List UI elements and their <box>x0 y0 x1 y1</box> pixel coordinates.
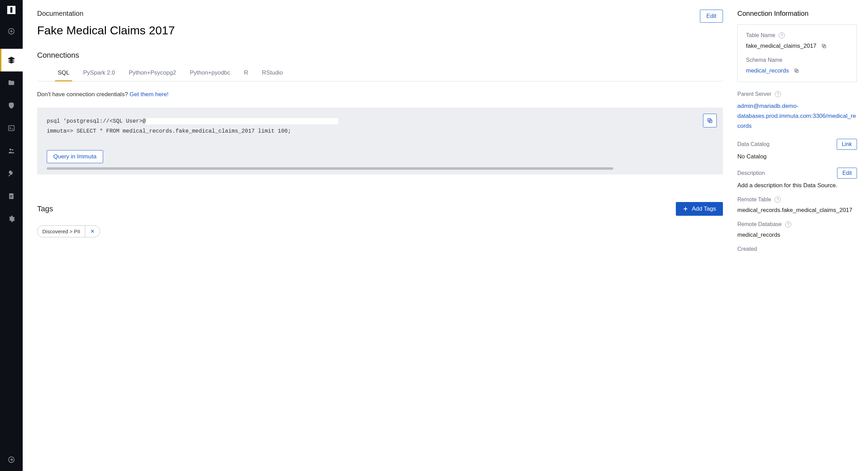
remote-table-label: Remote Table ? <box>737 197 857 203</box>
edit-documentation-button[interactable]: Edit <box>700 10 723 23</box>
connections-title: Connections <box>37 51 723 60</box>
tag-remove-button[interactable] <box>85 226 100 237</box>
nav-collapse[interactable] <box>0 448 23 471</box>
remote-table-value: medical_records.fake_medical_claims_2017 <box>737 207 857 214</box>
edit-description-button[interactable]: Edit <box>837 168 857 179</box>
nav-reports[interactable] <box>0 185 23 208</box>
tags-title: Tags <box>37 204 53 213</box>
remote-database-value: medical_records <box>737 232 857 238</box>
table-name-label: Table Name ? <box>746 32 848 38</box>
table-name-value: fake_medical_claims_2017 <box>746 43 848 49</box>
close-icon <box>90 229 95 234</box>
data-catalog-label: Data Catalog <box>737 141 769 147</box>
copy-icon <box>707 117 713 124</box>
nav-policies[interactable] <box>0 94 23 117</box>
tab-pyodbc[interactable]: Python+pyodbc <box>190 66 230 81</box>
tab-sql[interactable]: SQL <box>58 66 69 81</box>
schema-name-label: Schema Name <box>746 57 848 63</box>
nav-settings[interactable] <box>0 208 23 230</box>
horizontal-scrollbar[interactable] <box>47 167 713 170</box>
add-tags-button[interactable]: Add Tags <box>676 202 723 216</box>
connection-tabs: SQL PySpark 2.0 Python+Psycopg2 Python+p… <box>37 66 723 81</box>
page-title: Fake Medical Claims 2017 <box>37 24 175 37</box>
tab-psycopg2[interactable]: Python+Psycopg2 <box>129 66 176 81</box>
redacted-host <box>146 118 338 124</box>
copy-code-button[interactable] <box>703 114 717 127</box>
credentials-prompt: Don't have connection credentials? Get t… <box>37 91 723 98</box>
remote-database-label: Remote Database ? <box>737 221 857 227</box>
arrow-right-circle-icon <box>8 456 15 463</box>
parent-server-label: Parent Server ? <box>737 91 857 97</box>
description-label: Description <box>737 170 765 176</box>
copy-icon[interactable] <box>794 68 799 74</box>
sidebar <box>0 0 23 471</box>
nav-keys[interactable] <box>0 162 23 185</box>
parent-server-value: admin@mariadb.demo-databases.prod.immuta… <box>737 101 857 131</box>
schema-name-link[interactable]: medical_records <box>746 67 789 74</box>
shield-icon <box>8 102 15 109</box>
add-tags-label: Add Tags <box>692 205 716 212</box>
tab-pyspark[interactable]: PySpark 2.0 <box>83 66 115 81</box>
svg-rect-8 <box>10 197 12 198</box>
description-value: Add a description for this Data Source. <box>737 182 857 189</box>
tab-r[interactable]: R <box>244 66 248 81</box>
nav-data-sources[interactable] <box>0 49 23 71</box>
data-catalog-value: No Catalog <box>737 153 857 160</box>
nav-projects[interactable] <box>0 71 23 94</box>
app-logo[interactable] <box>0 0 23 20</box>
help-icon[interactable]: ? <box>774 197 781 203</box>
connection-info-title: Connection Information <box>737 10 857 18</box>
svg-point-4 <box>10 149 12 151</box>
folder-icon <box>8 79 15 87</box>
terminal-icon <box>8 124 15 132</box>
document-icon <box>8 192 15 200</box>
code-line-1: psql 'postgresql://<SQL User>@ <box>47 118 146 124</box>
svg-rect-7 <box>10 195 12 196</box>
help-icon[interactable]: ? <box>785 221 791 227</box>
tag-chip: Discovered > PII <box>37 225 100 237</box>
help-icon[interactable]: ? <box>779 32 785 38</box>
svg-point-5 <box>12 149 13 150</box>
connection-info-box: Table Name ? fake_medical_claims_2017 Sc… <box>737 24 857 82</box>
nav-add[interactable] <box>0 20 23 43</box>
get-credentials-link[interactable]: Get them here! <box>130 91 168 98</box>
plus-circle-icon <box>8 27 15 35</box>
query-in-immuta-button[interactable]: Query in Immuta <box>47 150 103 163</box>
gear-icon <box>8 215 15 223</box>
code-content: psql 'postgresql://<SQL User>@ immuta=> … <box>47 116 713 136</box>
key-icon <box>8 170 15 177</box>
code-line-2: immuta=> SELECT * FROM medical_records.f… <box>47 128 291 134</box>
people-icon <box>8 147 15 155</box>
credentials-prompt-text: Don't have connection credentials? <box>37 91 130 98</box>
plus-icon <box>683 206 688 212</box>
tag-label: Discovered > PII <box>37 226 85 237</box>
link-catalog-button[interactable]: Link <box>837 139 857 150</box>
parent-server-link[interactable]: admin@mariadb.demo-databases.prod.immuta… <box>737 101 857 131</box>
layers-icon <box>8 56 15 64</box>
nav-people[interactable] <box>0 139 23 162</box>
code-block: psql 'postgresql://<SQL User>@ immuta=> … <box>37 108 723 175</box>
created-label: Created <box>737 246 857 252</box>
copy-icon[interactable] <box>821 43 827 49</box>
svg-rect-3 <box>9 126 14 131</box>
nav-console[interactable] <box>0 117 23 139</box>
documentation-label: Documentation <box>37 10 175 18</box>
tab-rstudio[interactable]: RStudio <box>262 66 283 81</box>
help-icon[interactable]: ? <box>775 91 781 97</box>
schema-name-value: medical_records <box>746 67 848 74</box>
